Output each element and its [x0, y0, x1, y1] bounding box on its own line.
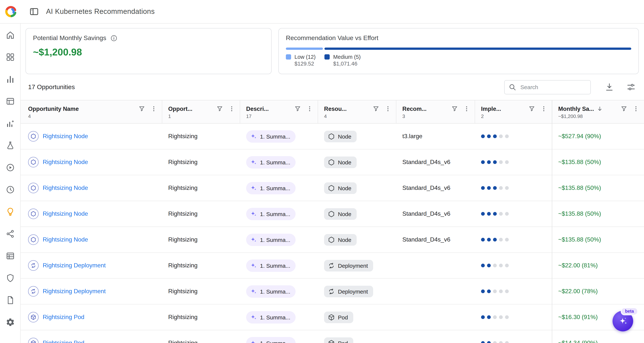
search-icon [508, 83, 516, 91]
filter-icon[interactable] [216, 105, 223, 112]
table-list-icon[interactable] [5, 251, 15, 261]
opportunity-type-text: Rightsizing [168, 236, 198, 243]
resource-type-chip[interactable]: Node [324, 234, 357, 246]
opportunity-link[interactable]: Rightsizing Deployment [43, 288, 106, 295]
ai-sparkle-icon [250, 184, 257, 192]
resource-type-chip[interactable]: Node [324, 182, 357, 194]
column-header-monthly-savings[interactable]: Monthly Sa... ~$1,200.98 [552, 100, 644, 123]
history-clock-icon[interactable] [5, 184, 15, 195]
column-menu-icon[interactable] [150, 105, 157, 112]
resource-type-chip[interactable]: Pod [324, 311, 353, 323]
opportunity-link[interactable]: Rightsizing Pod [43, 340, 84, 343]
effort-dot [487, 160, 491, 164]
opportunity-link[interactable]: Rightsizing Node [43, 236, 88, 243]
column-header-recommendation[interactable]: Recom... 3 [396, 100, 475, 123]
effort-dots [481, 238, 509, 242]
ai-description-chip[interactable]: 1. Summa... [246, 130, 296, 142]
column-header-opportunity-type[interactable]: Opport... 1 [162, 100, 240, 123]
column-count: 3 [402, 113, 470, 119]
security-shield-icon[interactable] [5, 273, 15, 283]
column-menu-icon[interactable] [228, 105, 235, 112]
table-body: Rightsizing Node Rightsizing 1. Summa...… [20, 124, 644, 343]
resource-type-chip[interactable]: Pod [324, 337, 353, 343]
opportunity-link[interactable]: Rightsizing Deployment [43, 262, 106, 269]
ai-description-chip[interactable]: 1. Summa... [246, 311, 296, 323]
column-menu-icon[interactable] [306, 105, 313, 112]
ai-description-chip[interactable]: 1. Summa... [246, 208, 296, 220]
home-icon[interactable] [5, 29, 15, 40]
column-header-resource-type[interactable]: Resou... 4 [318, 100, 396, 123]
description-text: 1. Summa... [260, 159, 290, 165]
ai-description-chip[interactable]: 1. Summa... [246, 285, 296, 298]
side-panel-toggle-icon[interactable] [29, 7, 39, 16]
download-icon[interactable] [605, 82, 614, 92]
description-text: 1. Summa... [260, 185, 290, 191]
effort-dots [481, 341, 509, 343]
insights-chart-icon[interactable] [5, 118, 15, 128]
column-menu-icon[interactable] [540, 105, 547, 112]
resource-type-icon [328, 340, 335, 343]
opportunity-link[interactable]: Rightsizing Node [43, 185, 88, 191]
resource-type-chip[interactable]: Deployment [324, 286, 373, 297]
sort-descending-icon[interactable] [596, 105, 603, 112]
filter-icon[interactable] [528, 105, 535, 112]
description-text: 1. Summa... [260, 288, 290, 295]
labs-flask-icon[interactable] [5, 140, 15, 151]
opportunity-type-cell: Rightsizing [162, 175, 240, 201]
value-vs-effort-card: Recommendation Value vs Effort Low (12) … [278, 28, 639, 74]
opportunity-link[interactable]: Rightsizing Node [43, 133, 88, 140]
play-circle-icon[interactable] [5, 162, 15, 173]
column-count: 4 [324, 113, 392, 119]
document-icon[interactable] [5, 295, 15, 305]
recommendation-cell [396, 253, 475, 278]
column-menu-icon[interactable] [384, 105, 392, 112]
opportunity-resource-badge-icon [28, 131, 38, 142]
effort-dot [493, 341, 497, 343]
effort-dots [481, 212, 509, 216]
resource-type-chip[interactable]: Node [324, 130, 357, 142]
resource-type-chip[interactable]: Deployment [324, 260, 373, 271]
opportunity-link[interactable]: Rightsizing Pod [43, 314, 84, 321]
effort-dot [493, 160, 497, 164]
ai-description-chip[interactable]: 1. Summa... [246, 182, 296, 194]
recommendation-cell [396, 330, 475, 343]
bar-chart-icon[interactable] [5, 74, 15, 84]
opportunity-name-cell: Rightsizing Node [20, 175, 162, 201]
effort-dot [487, 315, 491, 319]
column-header-opportunity-name[interactable]: Opportunity Name 4 [20, 100, 162, 123]
filter-icon[interactable] [451, 105, 458, 112]
reports-icon[interactable] [5, 96, 15, 106]
ai-description-chip[interactable]: 1. Summa... [246, 156, 296, 168]
resource-type-cell: Deployment [318, 253, 396, 278]
table-row: Rightsizing Deployment Rightsizing 1. Su… [20, 253, 644, 279]
ai-description-chip[interactable]: 1. Summa... [246, 234, 296, 246]
apps-grid-icon[interactable] [5, 52, 15, 62]
opportunity-type-text: Rightsizing [168, 210, 198, 217]
column-header-description[interactable]: Descri... 17 [240, 100, 318, 123]
effort-dot [481, 290, 485, 293]
info-icon[interactable] [110, 34, 118, 42]
integrations-hub-icon[interactable] [5, 228, 15, 239]
filter-icon[interactable] [620, 105, 628, 112]
filter-settings-icon[interactable] [626, 82, 636, 92]
ai-description-chip[interactable]: 1. Summa... [246, 337, 296, 343]
filter-icon[interactable] [294, 105, 301, 112]
column-menu-icon[interactable] [463, 105, 470, 112]
column-header-implementation-effort[interactable]: Imple... 2 [475, 100, 552, 123]
resource-type-chip[interactable]: Node [324, 208, 357, 220]
column-label: Monthly Sa... [558, 105, 594, 112]
opportunity-link[interactable]: Rightsizing Node [43, 210, 88, 217]
ai-description-chip[interactable]: 1. Summa... [246, 259, 296, 272]
filter-icon[interactable] [138, 105, 145, 112]
opportunity-link[interactable]: Rightsizing Node [43, 159, 88, 166]
settings-gear-icon[interactable] [5, 317, 15, 327]
table-toolbar: 17 Opportunities [28, 74, 636, 100]
recommendations-lightbulb-icon[interactable] [5, 206, 15, 217]
column-label: Recom... [402, 105, 446, 112]
summary-cards: Potential Monthly Savings ~$1,200.98 Rec… [26, 28, 639, 74]
search-input[interactable] [520, 83, 587, 91]
filter-icon[interactable] [372, 105, 380, 112]
resource-type-chip[interactable]: Node [324, 156, 357, 168]
effort-dots [481, 186, 509, 190]
column-menu-icon[interactable] [632, 105, 640, 112]
